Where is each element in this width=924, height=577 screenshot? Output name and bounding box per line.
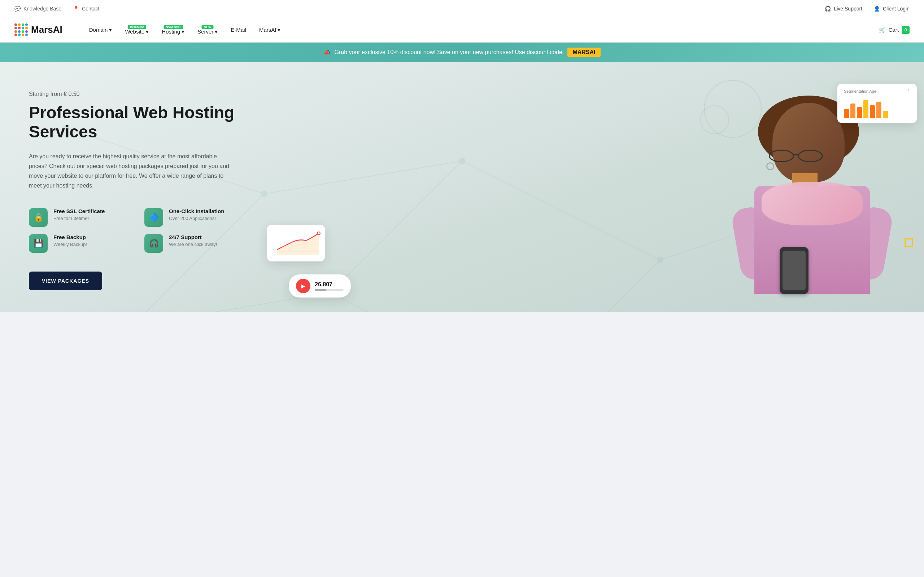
hero-content: Starting from € 0.50 Professional Web Ho… (0, 62, 260, 312)
trend-chart (274, 230, 320, 255)
chat-icon: 💬 (15, 6, 21, 11)
domain-chevron: ▾ (109, 27, 112, 33)
hero-section: Starting from € 0.50 Professional Web Ho… (0, 62, 924, 312)
features-grid: 🔒 Free SSL Certificate Free for Lifetime… (29, 208, 238, 253)
backup-text: Free Backup Weekly Backup! (53, 234, 87, 247)
top-bar: 💬 Knowledge Base 📍 Contact 🎧 Live Suppor… (0, 0, 924, 17)
support-text: 24/7 Support We are one click away! (169, 234, 217, 247)
play-progress-fill (315, 289, 326, 291)
chart-bar (844, 109, 849, 118)
hosting-chevron: ▾ (181, 29, 184, 35)
play-button[interactable]: ▶ (296, 279, 310, 293)
domain-label: Domain (89, 27, 108, 33)
chart-title: Segmentation Age (844, 89, 876, 93)
yellow-circle-decoration (905, 239, 913, 247)
promo-text: Grab your exclusive 10% discount now! Sa… (334, 49, 564, 56)
logo[interactable]: MarsAl (15, 23, 63, 36)
new-badge: NEW (202, 25, 214, 29)
ssl-subtitle: Free for Lifetime! (53, 216, 105, 221)
backup-icon: 💾 (29, 234, 48, 253)
chart-bar (870, 105, 875, 118)
nav-server[interactable]: NEW Server ▾ (192, 26, 223, 38)
nav-links: Domain ▾ Discount Website ▾ NVM SSD Host… (84, 22, 879, 38)
play-count: 26,807 (315, 281, 344, 288)
logo-icon (15, 23, 27, 36)
view-packages-button[interactable]: VIEW PACKAGES (29, 272, 102, 290)
live-support-label: Live Support (834, 6, 862, 11)
play-info: 26,807 (315, 281, 344, 291)
nav-website[interactable]: Discount Website ▾ (120, 26, 154, 38)
svg-point-23 (318, 232, 320, 234)
discount-badge: Discount (128, 25, 146, 29)
play-progress-bar (315, 289, 344, 291)
headset-icon: 🎧 (825, 6, 831, 11)
chart-menu-icon: ⋮ (906, 89, 910, 93)
top-bar-left: 💬 Knowledge Base 📍 Contact (15, 6, 99, 11)
knowledge-base-label: Knowledge Base (23, 6, 61, 11)
chart-bar (883, 111, 888, 118)
hero-description: Are you ready to receive the highest qua… (29, 152, 231, 191)
feature-oneclick: 🔷 One-Click Installation Over 200 Applic… (144, 208, 238, 227)
oneclick-icon: 🔷 (144, 208, 163, 227)
hero-starting-price: Starting from € 0.50 (29, 91, 238, 97)
promo-icon: 📣 (323, 49, 331, 56)
trend-card (267, 225, 325, 261)
cart-icon: 🛒 (879, 27, 886, 33)
client-login-label: Client Login (883, 6, 909, 11)
oneclick-subtitle: Over 200 Applications! (169, 216, 224, 221)
oneclick-title: One-Click Installation (169, 208, 224, 214)
backup-subtitle: Weekly Backup! (53, 242, 87, 247)
support-icon: 🎧 (144, 234, 163, 253)
navbar: MarsAl Domain ▾ Discount Website ▾ NVM S… (0, 17, 924, 43)
cart-count: 0 (901, 26, 909, 34)
feature-ssl: 🔒 Free SSL Certificate Free for Lifetime… (29, 208, 123, 227)
logo-text: MarsAl (31, 24, 63, 35)
nav-hosting[interactable]: NVM SSD Hosting ▾ (157, 26, 189, 38)
support-title: 24/7 Support (169, 234, 217, 240)
oneclick-text: One-Click Installation Over 200 Applicat… (169, 208, 224, 221)
location-icon: 📍 (73, 6, 79, 11)
woman-illustration (729, 95, 895, 312)
knowledge-base-link[interactable]: 💬 Knowledge Base (15, 6, 61, 11)
nav-marsai[interactable]: MarsAI ▾ (254, 24, 286, 36)
contact-link[interactable]: 📍 Contact (73, 6, 99, 11)
backup-title: Free Backup (53, 234, 87, 240)
feature-backup: 💾 Free Backup Weekly Backup! (29, 234, 123, 253)
user-icon: 👤 (874, 6, 880, 11)
top-bar-right: 🎧 Live Support 👤 Client Login (825, 6, 909, 11)
nvm-badge: NVM SSD (163, 25, 183, 29)
bar-chart (844, 96, 910, 118)
hero-right: Segmentation Age ⋮ (260, 62, 924, 312)
feature-support: 🎧 24/7 Support We are one click away! (144, 234, 238, 253)
cart[interactable]: 🛒 Cart 0 (879, 26, 909, 34)
chart-card-header: Segmentation Age ⋮ (844, 89, 910, 93)
marsai-chevron: ▾ (278, 27, 281, 33)
nav-domain[interactable]: Domain ▾ (84, 24, 117, 36)
nav-email[interactable]: E-Mail (226, 24, 251, 36)
marsai-label: MarsAI (259, 27, 276, 33)
email-label: E-Mail (231, 27, 246, 33)
play-card: ▶ 26,807 (289, 274, 351, 298)
cart-label: Cart (888, 27, 899, 33)
hosting-label: Hosting (162, 29, 180, 35)
ssl-icon: 🔒 (29, 208, 48, 227)
support-subtitle: We are one click away! (169, 242, 217, 247)
promo-banner: 📣 Grab your exclusive 10% discount now! … (0, 43, 924, 62)
client-login-link[interactable]: 👤 Client Login (874, 6, 909, 11)
live-support-link[interactable]: 🎧 Live Support (825, 6, 862, 11)
contact-label: Contact (82, 6, 99, 11)
chart-bar (850, 103, 855, 118)
chart-bar (863, 100, 868, 118)
ssl-text: Free SSL Certificate Free for Lifetime! (53, 208, 105, 221)
server-label: Server (197, 29, 213, 35)
hero-title: Professional Web Hosting Services (29, 103, 238, 141)
server-chevron: ▾ (215, 29, 218, 35)
ssl-title: Free SSL Certificate (53, 208, 105, 214)
website-chevron: ▾ (146, 29, 149, 35)
website-label: Website (125, 29, 144, 35)
promo-code: MARSAI (567, 48, 600, 57)
chart-card: Segmentation Age ⋮ (837, 84, 917, 123)
chart-bar (857, 107, 862, 118)
chart-bar (876, 102, 881, 118)
